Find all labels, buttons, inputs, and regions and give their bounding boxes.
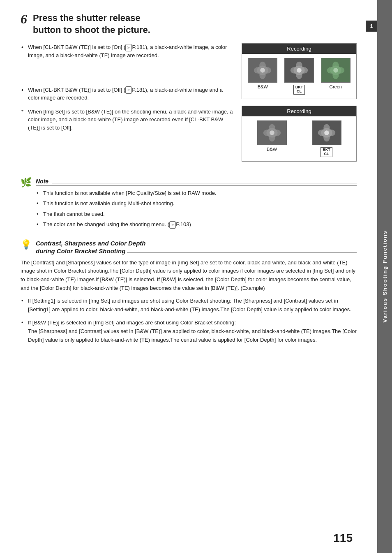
note-section: 🌿 Note This function is not available wh…: [21, 178, 357, 231]
note-item-4: The color can be changed using the shoot…: [36, 220, 357, 229]
ref-icon-3: ☞: [169, 221, 176, 229]
step-icon: 6: [21, 12, 27, 25]
rec-image-green: Green: [319, 58, 352, 95]
tip-bullet-1: If [Setting1] is selected in [Img Set] a…: [21, 297, 357, 314]
star-item: When [Img Set] is set to [B&W (TE)] on t…: [21, 108, 233, 132]
bkt-cl-icon-1: BKTCL: [293, 85, 305, 95]
note-icon: 🌿: [21, 177, 32, 188]
recording-panel-2: Recording: [242, 106, 357, 162]
rec-label-bktcl: BKTCL: [293, 84, 305, 95]
step-images-col: Recording: [242, 43, 357, 168]
note-title-text: Note: [36, 178, 48, 185]
note-item-1: This function is not available when [Pic…: [36, 189, 357, 197]
tip-bullets: If [Setting1] is selected in [Img Set] a…: [21, 297, 357, 345]
rec-image-bktcl: BKTCL: [283, 58, 316, 95]
recording-header-2: Recording: [242, 106, 356, 116]
bullet-item-2: When [CL-BKT B&W (TE)] is set to [Off] (…: [21, 86, 233, 102]
note-bullets: This function is not available when [Pic…: [36, 189, 357, 229]
rec-img-box-bw-2: [257, 120, 287, 145]
sidebar-tab-label: Various Shooting Functions: [382, 230, 388, 323]
rec-img-box-bktcl: [284, 58, 314, 83]
page-container: Various Shooting Functions 1 6 Press the…: [0, 0, 392, 553]
svg-point-13: [297, 68, 302, 73]
rec-img-box-bw: [248, 58, 277, 83]
main-content: 6 Press the shutter release button to sh…: [0, 0, 377, 553]
svg-point-20: [333, 68, 338, 73]
tip-body: The [Contrast] and [Sharpness] values se…: [21, 259, 357, 293]
step-text-col: When [CL-BKT B&W (TE)] is set to [On] (☞…: [21, 43, 233, 168]
ref-icon-1: ☞: [125, 44, 132, 52]
rec-label-bw-2: B&W: [267, 147, 277, 152]
note-item-2: This function is not available during Mu…: [36, 199, 357, 208]
svg-point-27: [270, 130, 274, 135]
recording-images-2: B&W: [242, 116, 356, 161]
tip-title-line2: during Color Bracket Shooting: [36, 248, 357, 255]
rec-label-green: Green: [329, 84, 342, 89]
rec-label-bktcl-2: BKTCL: [321, 147, 332, 157]
page-number: 115: [333, 532, 353, 545]
rec-img-box-green: [321, 58, 350, 83]
recording-header-1: Recording: [242, 44, 356, 54]
step-title-line2: button to shoot the picture.: [33, 25, 150, 35]
rec-image-bw: B&W: [246, 58, 279, 95]
tip-section: 💡 Contrast, Sharpness and Color Depth du…: [21, 239, 357, 345]
svg-point-6: [261, 68, 265, 73]
note-content: Note This function is not available when…: [36, 178, 357, 231]
step-header: 6 Press the shutter release button to sh…: [21, 12, 357, 36]
recording-images-1: B&W: [242, 54, 356, 99]
step-title-line1: Press the shutter release: [33, 13, 141, 23]
rec-image-bw-2: B&W: [246, 120, 297, 157]
sidebar-tab: Various Shooting Functions: [377, 0, 392, 553]
recording-panel-1: Recording: [242, 43, 357, 99]
tip-bullet-2: If [B&W (TE)] is selected in [Img Set] a…: [21, 319, 357, 344]
bullet-list-2: When [CL-BKT B&W (TE)] is set to [Off] (…: [21, 86, 233, 102]
note-title: Note: [36, 178, 357, 186]
note-item-3: The flash cannot be used.: [36, 210, 357, 218]
tip-icon: 💡: [21, 239, 32, 250]
bullet-item-1: When [CL-BKT B&W (TE)] is set to [On] (☞…: [21, 43, 233, 59]
step-title: Press the shutter release button to shoo…: [33, 12, 150, 36]
rec-img-box-bktcl-2: [312, 120, 341, 145]
ref-icon-2: ☞: [125, 86, 132, 94]
tip-header: 💡 Contrast, Sharpness and Color Depth du…: [21, 239, 357, 255]
rec-label-bw: B&W: [258, 84, 268, 89]
svg-point-34: [324, 130, 329, 135]
step-body: When [CL-BKT B&W (TE)] is set to [On] (☞…: [21, 43, 357, 168]
bkt-cl-icon-2: BKTCL: [321, 147, 332, 157]
rec-image-bktcl-2: BKTCL: [301, 120, 352, 157]
tip-title-line1: Contrast, Sharpness and Color Depth: [36, 239, 357, 248]
tip-title-line2-text: during Color Bracket Shooting: [36, 248, 125, 255]
bullet-list: When [CL-BKT B&W (TE)] is set to [On] (☞…: [21, 43, 233, 59]
tip-title-block: Contrast, Sharpness and Color Depth duri…: [36, 239, 357, 255]
